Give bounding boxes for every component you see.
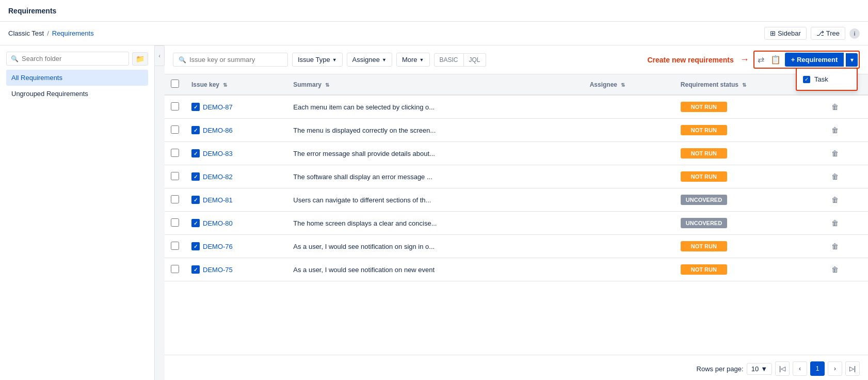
issue-key-sort-icon[interactable]: ⇅ <box>223 82 227 88</box>
issue-type-filter[interactable]: Issue Type ▼ <box>292 53 343 67</box>
issue-search-box[interactable]: 🔍 <box>173 53 288 67</box>
row-checkbox[interactable] <box>171 102 179 110</box>
row-issue-key-cell: ✓ DEMO-75 <box>185 258 287 281</box>
row-action-cell: 🗑 <box>823 258 868 281</box>
export-icon[interactable]: 📋 <box>768 53 783 67</box>
row-assignee-cell <box>584 142 674 165</box>
row-checkbox[interactable] <box>171 265 179 273</box>
row-assignee-cell <box>584 188 674 212</box>
row-summary: The menu is displayed correctly on the s… <box>293 126 436 134</box>
row-status-cell: UNCOVERED <box>674 212 823 235</box>
task-type-icon: ✓ <box>191 172 200 181</box>
row-checkbox[interactable] <box>171 149 179 157</box>
sidebar-search-icon: 🔍 <box>11 55 19 62</box>
sidebar-folder-button[interactable]: 📁 <box>132 52 148 66</box>
delete-row-button[interactable]: 🗑 <box>829 263 841 276</box>
more-caret: ▼ <box>420 57 424 62</box>
row-summary-cell: The error message shall provide details … <box>287 142 583 165</box>
summary-sort-icon[interactable]: ⇅ <box>325 82 329 88</box>
row-checkbox[interactable] <box>171 242 179 250</box>
breadcrumb-separator: / <box>47 29 49 37</box>
row-issue-key-cell: ✓ DEMO-86 <box>185 119 287 142</box>
row-checkbox-cell <box>165 95 185 119</box>
more-filter[interactable]: More ▼ <box>396 53 430 67</box>
issue-key-link[interactable]: ✓ DEMO-75 <box>191 265 281 274</box>
issue-type-caret: ▼ <box>332 57 337 62</box>
breadcrumb-parent[interactable]: Classic Test <box>8 29 44 37</box>
sidebar-collapse-button[interactable]: ‹ <box>154 45 165 66</box>
issue-key-link[interactable]: ✓ DEMO-80 <box>191 219 281 227</box>
row-action-cell: 🗑 <box>823 119 868 142</box>
dropdown-task-item[interactable]: ✓ Task <box>797 72 857 87</box>
row-checkbox-cell <box>165 235 185 258</box>
issue-key-link[interactable]: ✓ DEMO-82 <box>191 172 281 181</box>
issue-key-link[interactable]: ✓ DEMO-87 <box>191 103 281 111</box>
first-page-button[interactable]: |◁ <box>775 361 790 376</box>
issue-search-input[interactable] <box>189 56 282 64</box>
issue-key-link[interactable]: ✓ DEMO-83 <box>191 149 281 157</box>
delete-row-button[interactable]: 🗑 <box>829 147 841 160</box>
table-row: ✓ DEMO-82 The software shall display an … <box>165 165 868 188</box>
jql-mode-button[interactable]: JQL <box>464 53 486 67</box>
issue-key-link[interactable]: ✓ DEMO-86 <box>191 126 281 134</box>
sidebar-item[interactable]: All Requirements <box>6 70 148 86</box>
row-issue-key-cell: ✓ DEMO-82 <box>185 165 287 188</box>
row-checkbox[interactable] <box>171 195 179 203</box>
req-status-sort-icon[interactable]: ⇅ <box>742 82 746 88</box>
row-checkbox[interactable] <box>171 172 179 180</box>
row-issue-key-cell: ✓ DEMO-83 <box>185 142 287 165</box>
rows-per-page-select[interactable]: 10 ▼ <box>747 363 772 375</box>
sidebar-search-input[interactable] <box>22 55 124 62</box>
select-all-checkbox[interactable] <box>171 80 179 88</box>
assignee-filter[interactable]: Assignee ▼ <box>347 53 392 67</box>
row-summary-cell: Each menu item can be selected by clicki… <box>287 95 583 119</box>
sidebar-view-button[interactable]: ⊞ Sidebar <box>764 27 807 40</box>
search-icon: 🔍 <box>179 56 186 64</box>
breadcrumb-current[interactable]: Requirements <box>52 29 94 37</box>
issue-key-link[interactable]: ✓ DEMO-81 <box>191 196 281 204</box>
delete-row-button[interactable]: 🗑 <box>829 170 841 183</box>
status-badge: UNCOVERED <box>681 195 727 205</box>
row-summary-cell: The home screen displays a clear and con… <box>287 212 583 235</box>
next-page-button[interactable]: › <box>828 361 842 376</box>
status-badge: NOT RUN <box>681 102 727 112</box>
add-requirement-button[interactable]: + Requirement <box>785 53 844 67</box>
info-button[interactable]: i <box>849 28 860 39</box>
tree-view-button[interactable]: ⎇ Tree <box>811 27 845 40</box>
row-summary: The home screen displays a clear and con… <box>293 219 437 227</box>
refresh-icon[interactable]: ⇄ <box>756 53 766 67</box>
table-row: ✓ DEMO-87 Each menu item can be selected… <box>165 95 868 119</box>
row-assignee-cell <box>584 258 674 281</box>
add-requirement-dropdown-button[interactable]: ▾ <box>846 53 858 67</box>
row-action-cell: 🗑 <box>823 188 868 212</box>
basic-mode-button[interactable]: BASIC <box>434 53 464 67</box>
delete-row-button[interactable]: 🗑 <box>829 240 841 252</box>
row-checkbox[interactable] <box>171 125 179 134</box>
sidebar-item[interactable]: Ungrouped Requirements <box>6 86 148 102</box>
row-assignee-cell <box>584 95 674 119</box>
sidebar-search-box[interactable]: 🔍 <box>6 52 129 66</box>
table-body: ✓ DEMO-87 Each menu item can be selected… <box>165 95 868 281</box>
row-checkbox[interactable] <box>171 218 179 227</box>
last-page-button[interactable]: ▷| <box>845 361 860 376</box>
row-summary-cell: The software shall display an error mess… <box>287 165 583 188</box>
issue-key-link[interactable]: ✓ DEMO-76 <box>191 242 281 250</box>
sidebar-icon: ⊞ <box>770 29 776 37</box>
delete-row-button[interactable]: 🗑 <box>829 101 841 113</box>
task-type-icon: ✓ <box>191 242 200 250</box>
current-page-button[interactable]: 1 <box>810 361 825 376</box>
delete-row-button[interactable]: 🗑 <box>829 217 841 229</box>
row-status-cell: NOT RUN <box>674 165 823 188</box>
delete-row-button[interactable]: 🗑 <box>829 194 841 206</box>
row-checkbox-cell <box>165 119 185 142</box>
header-select-all[interactable] <box>165 74 185 95</box>
row-summary: As a user, I would see notification on n… <box>293 266 435 274</box>
delete-row-button[interactable]: 🗑 <box>829 124 841 136</box>
prev-page-button[interactable]: ‹ <box>793 361 807 376</box>
row-action-cell: 🗑 <box>823 95 868 119</box>
app-header: Requirements <box>0 0 868 22</box>
row-action-cell: 🗑 <box>823 212 868 235</box>
row-summary-cell: The menu is displayed correctly on the s… <box>287 119 583 142</box>
task-label: Task <box>814 75 828 83</box>
assignee-sort-icon[interactable]: ⇅ <box>621 82 625 88</box>
